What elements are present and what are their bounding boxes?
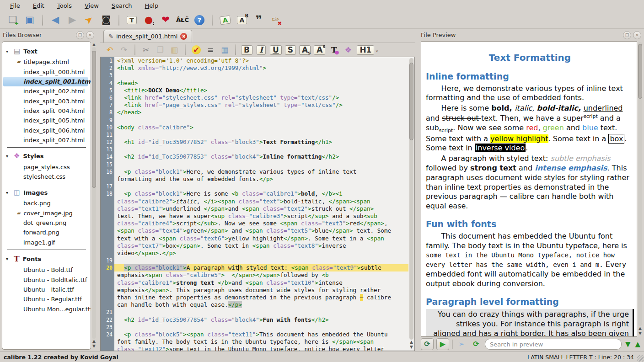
scroll-up-icon[interactable]: ▲ xyxy=(92,42,96,47)
refresh-button[interactable]: ⟳ xyxy=(470,339,482,350)
insert-image-button[interactable]: ▦ xyxy=(219,44,230,55)
pin-button[interactable]: ➤ xyxy=(83,14,96,27)
strikethrough-button[interactable]: S xyxy=(285,44,296,55)
beautify-button[interactable]: A xyxy=(219,14,231,27)
file-item[interactable]: index_split_005.html xyxy=(3,116,90,125)
scroll-down-icon[interactable]: ▼ xyxy=(410,345,413,350)
window-resize-grip[interactable] xyxy=(637,355,644,362)
scroll-up-icon[interactable]: ▲ xyxy=(92,339,96,344)
tab-close-icon[interactable]: ✖ xyxy=(180,33,187,40)
menu-search[interactable]: Search xyxy=(106,1,138,10)
file-item[interactable]: index_split_007.html xyxy=(3,135,90,145)
check-html-button[interactable]: ✔ xyxy=(191,44,202,55)
editor-scroll-thumb[interactable] xyxy=(409,63,413,140)
menu-tools[interactable]: Tools xyxy=(52,1,77,10)
preview-scrollbar[interactable]: ▲ ▼ xyxy=(637,41,643,337)
superscript-button[interactable]: As xyxy=(314,44,325,55)
chevron-down-icon[interactable]: ▾ xyxy=(6,154,11,159)
preview-scroll-thumb[interactable] xyxy=(638,44,642,99)
heading-level-button[interactable]: H1⌄ xyxy=(357,44,379,55)
find-next-icon[interactable]: ▼ xyxy=(624,340,632,348)
italic-button[interactable]: I xyxy=(256,44,267,55)
file-item[interactable]: ▰titlepage.xhtml xyxy=(3,57,90,67)
menu-help[interactable]: Help xyxy=(140,1,164,10)
chevron-down-icon[interactable]: ▾ xyxy=(6,49,11,54)
float-panel-icon[interactable]: ❐ xyxy=(623,31,631,39)
code-row: 22 <h2 id="id_Toc359077854" class="block… xyxy=(101,316,408,324)
files-scrollbar[interactable]: ▲ ▲ ▼ xyxy=(91,41,97,350)
code-editor[interactable]: 1<?xml version='1.0' encoding='utf-8'?>2… xyxy=(100,57,415,351)
back-button[interactable]: ◀ xyxy=(49,14,62,27)
file-item[interactable]: page_styles.css xyxy=(3,162,90,171)
editor-scroll-track[interactable] xyxy=(409,58,413,340)
scroll-down-icon[interactable]: ▼ xyxy=(639,331,642,336)
file-item[interactable]: Ubuntu - Regular.ttf xyxy=(3,294,90,304)
help-button[interactable]: ? xyxy=(193,14,206,27)
run-preview-button[interactable]: ▶ xyxy=(436,338,449,350)
redo-button[interactable]: ↷ xyxy=(118,44,129,55)
cut-button[interactable]: ✂ xyxy=(140,44,151,55)
files-section-fonts[interactable]: ▾TFonts xyxy=(3,252,90,265)
tab-index-split-001[interactable]: ✎ index_split_001.html ✖ xyxy=(103,30,192,43)
copy-button[interactable]: ❐ xyxy=(155,44,166,55)
file-item[interactable]: Ubuntu - Italic.ttf xyxy=(3,285,90,294)
scroll-up-icon[interactable]: ▲ xyxy=(639,326,642,331)
donate-button[interactable]: ❤ xyxy=(159,14,172,27)
file-item[interactable]: Ubuntu - Bold.ttf xyxy=(3,265,90,275)
bold-button[interactable]: B xyxy=(241,44,252,55)
files-section-text[interactable]: ▾▤Text xyxy=(3,45,90,57)
paste-button[interactable]: ▥ xyxy=(169,44,180,55)
styles-button[interactable]: ❖ xyxy=(343,44,354,55)
find-previous-icon[interactable]: ▲ xyxy=(634,340,641,348)
file-item[interactable]: Ubuntu Mon...egular.ttf xyxy=(3,304,90,314)
polish-book-button[interactable]: ◙ xyxy=(100,14,113,27)
chevron-down-icon[interactable]: ▾ xyxy=(6,190,11,195)
files-scroll-track[interactable] xyxy=(92,47,96,339)
close-panel-icon[interactable]: ✕ xyxy=(633,31,641,39)
menu-view[interactable]: View xyxy=(79,1,104,10)
files-section-styles[interactable]: ▾❖Styles xyxy=(3,150,90,162)
file-item[interactable]: index_split_001.html xyxy=(3,77,88,86)
file-item[interactable]: index_split_004.html xyxy=(3,106,90,116)
file-item[interactable]: forward.png xyxy=(3,228,90,237)
float-panel-icon[interactable]: ❐ xyxy=(76,31,84,39)
files-section-images[interactable]: ▾◫Images xyxy=(3,186,90,198)
smart-punctuation-button[interactable]: ❞ xyxy=(252,14,265,27)
files-scroll-thumb[interactable] xyxy=(92,51,96,188)
menu-edit[interactable]: Edit xyxy=(27,1,50,10)
insert-font-button[interactable]: T● xyxy=(328,44,339,55)
t-tile-button[interactable]: T xyxy=(125,14,138,27)
save-button[interactable]: ▣ xyxy=(23,14,36,27)
file-item[interactable]: index_split_000.html xyxy=(3,67,90,76)
auto-reload-button[interactable]: ⟳ xyxy=(421,338,434,350)
file-item[interactable]: ▰cover_image.jpg xyxy=(3,208,90,218)
code-rows[interactable]: 1<?xml version='1.0' encoding='utf-8'?>2… xyxy=(101,57,408,351)
new-file-button[interactable]: ❏+ xyxy=(6,14,19,27)
editor-scrollbar[interactable]: ▲ ▼ xyxy=(408,57,414,351)
check-book-button[interactable]: ●: xyxy=(142,14,155,27)
file-item[interactable]: index_split_003.html xyxy=(3,96,90,106)
special-characters-button[interactable]: ÅŁČ xyxy=(176,14,189,27)
file-item[interactable]: dot_green.png xyxy=(3,218,90,228)
align-button[interactable]: ≡ xyxy=(205,44,216,55)
scroll-up-icon[interactable]: ▲ xyxy=(410,340,413,345)
preview-scroll-track[interactable] xyxy=(638,42,642,326)
file-item[interactable]: Ubuntu - BoldItalic.ttf xyxy=(3,275,90,284)
undo-button[interactable]: ↶ xyxy=(104,44,115,55)
file-item[interactable]: image1.gif xyxy=(3,238,90,247)
sync-to-editor-button[interactable]: ➢ xyxy=(456,339,467,350)
file-item[interactable]: index_split_006.html xyxy=(3,126,90,135)
forward-button[interactable]: ▶ xyxy=(66,14,79,27)
file-item[interactable]: stylesheet.css xyxy=(3,172,90,181)
subscript-button[interactable]: As xyxy=(299,44,311,55)
file-item[interactable]: index_split_002.html xyxy=(3,86,90,96)
remove-unused-css-button[interactable]: ✑✖ xyxy=(269,14,282,27)
menu-file[interactable]: File xyxy=(5,1,26,10)
underline-button[interactable]: U xyxy=(270,44,282,55)
search-in-preview-input[interactable] xyxy=(485,339,622,350)
scroll-down-icon[interactable]: ▼ xyxy=(92,344,96,349)
close-panel-icon[interactable]: ✕ xyxy=(86,31,94,39)
case-change-button[interactable]: AB xyxy=(236,14,248,27)
file-item[interactable]: back.png xyxy=(3,198,90,208)
chevron-down-icon[interactable]: ▾ xyxy=(6,256,11,261)
